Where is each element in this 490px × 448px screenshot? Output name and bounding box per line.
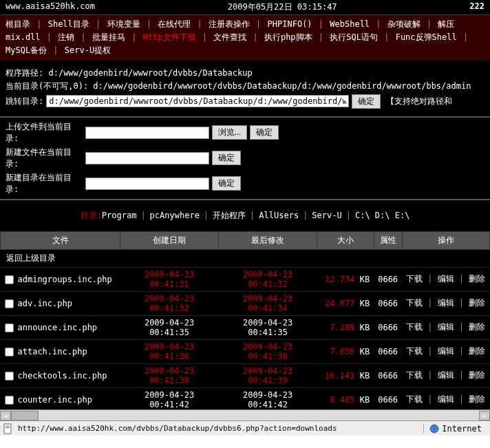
upload-label: 上传文件到当前目录: [6,121,83,145]
edit-link[interactable]: 编辑 [438,298,454,308]
action-cell: 下载 | 编辑 | 删除 [402,387,489,412]
nav-item[interactable]: 注册表操作 [209,19,250,29]
nav-item[interactable]: 文件查找 [213,32,246,42]
delete-link[interactable]: 删除 [469,322,485,332]
horizontal-scrollbar[interactable]: ◄ ► [0,409,490,420]
upload-file-input[interactable] [85,127,209,139]
support-text: 【支持绝对路径和 [386,96,452,107]
action-cell: 下载 | 编辑 | 删除 [402,363,489,387]
modified-date: 2009-04-23 00:41:39 [219,363,317,387]
nav-item[interactable]: 杂项破解 [387,19,420,29]
file-name[interactable]: admingroups.inc.php [18,275,112,284]
edit-link[interactable]: 编辑 [438,322,454,332]
download-link[interactable]: 下载 [406,346,423,356]
security-zone: Internet [423,424,487,434]
delete-link[interactable]: 删除 [469,394,485,404]
edit-link[interactable]: 编辑 [438,370,454,380]
quick-link[interactable]: AllUsers [259,211,299,220]
browse-button[interactable]: 浏览... [212,125,247,140]
program-path-value: d:/www/godenbird/wwwroot/dvbbs/Databacku… [48,68,252,78]
file-attr: 0666 [374,339,402,363]
newfile-label: 新建文件在当前目录: [6,147,83,170]
delete-link[interactable]: 删除 [469,298,485,308]
column-header: 文件 [1,231,120,249]
nav-item[interactable]: 根目录 [6,19,30,29]
edit-link[interactable]: 编辑 [438,394,454,404]
file-name[interactable]: checktools.inc.php [18,371,107,381]
newdir-label: 新建目录在当前目录: [6,172,83,195]
edit-link[interactable]: 编辑 [438,346,454,356]
nav-item[interactable]: PHPINFO() [268,19,312,29]
page-icon [3,423,14,434]
column-header: 操作 [402,231,489,249]
newdir-confirm-button[interactable]: 确定 [212,176,241,191]
file-size: 7.650 KB [317,339,374,363]
nav-item[interactable]: Func反弹Shell [396,32,457,42]
file-name[interactable]: announce.inc.php [18,323,98,332]
delete-link[interactable]: 删除 [469,370,485,380]
row-checkbox[interactable] [5,275,14,284]
nav-item[interactable]: 在线代理 [158,19,191,29]
nav-item[interactable]: 执行php脚本 [264,32,312,42]
download-link[interactable]: 下载 [406,298,423,308]
download-link[interactable]: 下载 [406,274,423,284]
row-checkbox[interactable] [5,396,14,405]
newfile-confirm-button[interactable]: 确定 [212,151,241,165]
row-checkbox[interactable] [5,372,14,381]
table-row: announce.inc.php2009-04-23 00:41:352009-… [1,315,490,339]
delete-link[interactable]: 删除 [469,274,485,284]
file-attr: 0666 [374,363,402,387]
scroll-right-button[interactable]: ► [479,411,490,420]
svg-rect-2 [6,427,10,428]
row-checkbox[interactable] [5,348,14,356]
action-cell: 下载 | 编辑 | 删除 [402,315,489,339]
file-attr: 0666 [374,267,402,291]
nav-item[interactable]: MySQL备份 [6,45,47,55]
svg-rect-1 [6,426,10,427]
nav-item[interactable]: Serv-U提权 [65,45,111,55]
modified-date: 2009-04-23 00:41:42 [219,387,317,412]
delete-link[interactable]: 删除 [469,346,485,356]
newfile-input[interactable] [85,152,209,164]
quick-link[interactable]: pcAnywhere [150,211,200,220]
file-size: 16.141 KB [317,363,374,387]
row-checkbox[interactable] [5,299,14,308]
file-name[interactable]: attach.inc.php [18,347,87,356]
table-row: attach.inc.php2009-04-23 00:41:362009-04… [1,339,490,363]
scroll-thumb[interactable] [11,411,39,420]
quick-link[interactable]: 开始程序 [213,211,246,220]
browser-status-bar: http://www.aaisa520hk.com/dvbbs/Databack… [0,420,490,436]
nav-item[interactable]: Shell目录 [48,19,89,29]
edit-link[interactable]: 编辑 [438,274,454,284]
nav-item[interactable]: 注销 [58,32,74,42]
quick-link[interactable]: C:\ D:\ E:\ [355,211,409,220]
jump-confirm-button[interactable]: 确定 [352,94,381,109]
download-link[interactable]: 下载 [406,322,423,332]
nav-item[interactable]: 批量挂马 [92,32,125,42]
back-link[interactable]: 返回上级目录 [6,253,56,263]
nav-item[interactable]: WebShell [330,19,370,29]
scroll-left-button[interactable]: ◄ [0,411,11,420]
quick-link[interactable]: Program [102,211,137,220]
nav-item[interactable]: Http文件下载 [143,32,196,42]
jump-dir-input[interactable] [46,95,349,107]
nav-item[interactable]: 执行SQL语句 [330,32,378,42]
table-row: checktools.inc.php2009-04-23 00:41:39200… [1,363,490,387]
download-link[interactable]: 下载 [406,370,423,380]
modified-date: 2009-04-23 00:41:32 [219,267,317,291]
download-link[interactable]: 下载 [406,394,423,404]
nav-item[interactable]: 环境变量 [107,19,140,29]
action-cell: 下载 | 编辑 | 删除 [402,267,489,291]
path-section: 程序路径: d:/www/godenbird/wwwroot/dvbbs/Dat… [0,61,490,116]
file-name[interactable]: adv.inc.php [18,299,72,308]
quick-link[interactable]: Serv-U [312,211,341,220]
visit-count: 222 [469,1,484,13]
column-header: 属性 [374,231,402,249]
row-checkbox[interactable] [5,323,14,332]
column-header: 最后修改 [219,231,317,249]
file-name[interactable]: counter.inc.php [18,395,92,405]
upload-confirm-button[interactable]: 确定 [250,125,279,140]
modified-date: 2009-04-23 00:41:35 [219,315,317,339]
newdir-input[interactable] [85,178,209,190]
action-cell: 下载 | 编辑 | 删除 [402,339,489,363]
